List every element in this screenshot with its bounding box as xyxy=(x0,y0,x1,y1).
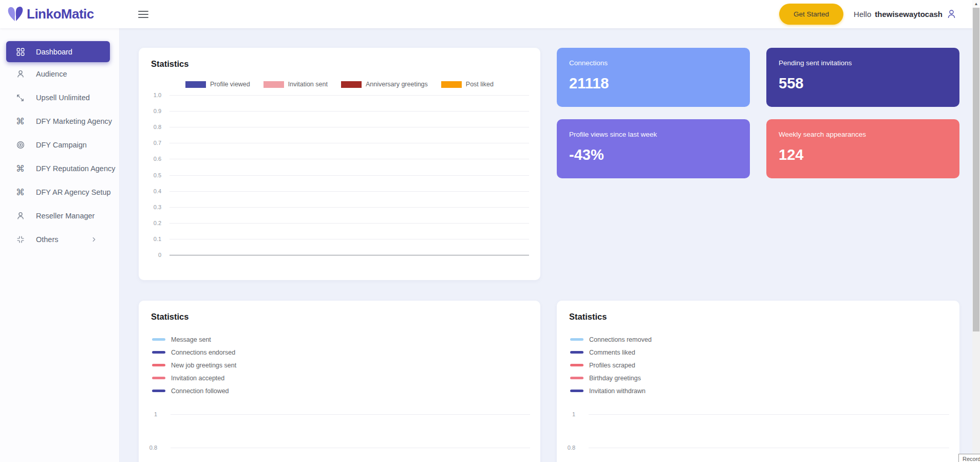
statistics-chart-card-top: Statistics Profile viewedInvitation sent… xyxy=(139,48,540,280)
y-tick-label: 0.6 xyxy=(142,156,161,162)
sidebar-item-label: Reseller Manager xyxy=(36,212,95,220)
heart-logo-icon xyxy=(6,5,25,24)
diagonal-arrows-icon xyxy=(15,93,25,103)
sidebar-item-reseller-manager[interactable]: Reseller Manager xyxy=(0,204,119,228)
stat-card-profile-views-since-last-week: Profile views since last week-43% xyxy=(557,119,750,178)
y-tick-label: 0.8 xyxy=(561,445,575,451)
statistics-chart-card-bottom-left: Statistics Message sentConnections endor… xyxy=(139,301,540,462)
chart-plot-area: 10.80.6 xyxy=(139,301,540,462)
sidebar-item-label: DFY Reputation Agency xyxy=(36,164,116,173)
gridline xyxy=(169,175,529,176)
user-profile-icon[interactable] xyxy=(946,9,957,20)
y-tick-label: 0.7 xyxy=(142,140,161,146)
gridline xyxy=(169,239,529,239)
gridline xyxy=(589,448,949,448)
person-icon xyxy=(15,69,25,79)
corners-icon xyxy=(15,235,25,245)
user-greeting: Hello thewisewaytocash xyxy=(854,9,957,20)
gridline xyxy=(171,414,530,415)
stat-card-connections: Connections21118 xyxy=(557,48,750,107)
y-tick-label: 0.8 xyxy=(142,124,161,130)
chart-plot-area: 1.00.90.80.70.60.50.40.30.20.10 xyxy=(139,48,540,280)
sidebar-item-upsell-unlimited[interactable]: Upsell Unlimited xyxy=(0,86,119,109)
gridline xyxy=(169,143,529,143)
stat-card-value: 124 xyxy=(779,146,947,163)
record-overlay: Record xyxy=(958,454,980,462)
person-icon xyxy=(15,211,25,221)
main-content: Statistics Profile viewedInvitation sent… xyxy=(120,28,972,462)
gridline xyxy=(171,448,530,448)
stat-card-label: Profile views since last week xyxy=(569,131,738,138)
app-header: LinkoMatic Get Started Hello thewisewayt… xyxy=(0,0,980,28)
y-tick-label: 0.4 xyxy=(142,188,161,194)
greeting-prefix: Hello xyxy=(854,10,871,19)
y-tick-label: 0 xyxy=(142,252,161,258)
command-icon: ⌘ xyxy=(15,164,25,174)
sidebar-item-audience[interactable]: Audience xyxy=(0,62,119,86)
vertical-scrollbar: ▲ xyxy=(972,0,980,462)
sidebar-item-label: Dashboard xyxy=(36,48,72,56)
y-tick-label: 0.9 xyxy=(142,108,161,114)
username: thewisewaytocash xyxy=(875,10,943,19)
gridline xyxy=(169,127,529,127)
sidebar-item-label: Others xyxy=(36,235,59,244)
sidebar-item-label: DFY AR Agency Setup xyxy=(36,188,111,196)
stat-card-label: Connections xyxy=(569,59,738,67)
statistics-chart-card-bottom-right: Statistics Connections removedComments l… xyxy=(557,301,959,462)
y-tick-label: 0.1 xyxy=(142,236,161,242)
brand-logo[interactable]: LinkoMatic xyxy=(6,5,94,24)
stat-card-weekly-search-appearances: Weekly search appearances124 xyxy=(766,119,959,178)
target-icon xyxy=(15,140,25,150)
gridline xyxy=(169,207,529,208)
grid-icon xyxy=(15,47,25,57)
brand-name: LinkoMatic xyxy=(27,6,94,22)
stat-card-value: 558 xyxy=(779,75,947,92)
gridline xyxy=(169,95,529,96)
command-icon: ⌘ xyxy=(15,188,25,197)
get-started-button[interactable]: Get Started xyxy=(779,4,843,25)
sidebar-item-dfy-ar-agency-setup[interactable]: ⌘DFY AR Agency Setup xyxy=(0,180,119,204)
sidebar-item-others[interactable]: Others xyxy=(0,228,119,251)
sidebar-item-dashboard[interactable]: Dashboard xyxy=(6,41,110,62)
sidebar-item-dfy-reputation-agency[interactable]: ⌘DFY Reputation Agency xyxy=(0,157,119,180)
stat-card-label: Pending sent invitations xyxy=(779,59,947,67)
stat-card-label: Weekly search appearances xyxy=(779,131,947,138)
y-tick-label: 0.3 xyxy=(142,204,161,210)
command-icon: ⌘ xyxy=(15,117,25,126)
gridline xyxy=(169,159,529,159)
y-tick-label: 0.2 xyxy=(142,220,161,226)
sidebar-item-label: DFY Campaign xyxy=(36,141,87,149)
stat-card-value: 21118 xyxy=(569,75,738,92)
gridline xyxy=(589,414,949,415)
y-tick-label: 0.5 xyxy=(142,172,161,178)
y-tick-label: 0.8 xyxy=(143,445,157,451)
gridline xyxy=(169,223,529,224)
sidebar-item-dfy-campaign[interactable]: DFY Campaign xyxy=(0,133,119,157)
sidebar-item-label: DFY Marketing Agency xyxy=(36,117,112,125)
gridline xyxy=(169,191,529,192)
y-tick-label: 1 xyxy=(143,411,157,417)
y-tick-label: 1 xyxy=(561,411,575,417)
stat-card-value: -43% xyxy=(569,146,738,163)
scrollbar-thumb[interactable] xyxy=(973,8,979,331)
gridline xyxy=(169,255,529,255)
sidebar: DashboardAudienceUpsell Unlimited⌘DFY Ma… xyxy=(0,28,120,462)
y-tick-label: 1.0 xyxy=(142,92,161,98)
scrollbar-up-arrow[interactable]: ▲ xyxy=(972,0,980,8)
sidebar-nav: DashboardAudienceUpsell Unlimited⌘DFY Ma… xyxy=(0,41,119,251)
chevron-right-icon xyxy=(90,236,98,243)
stat-card-pending-sent-invitations: Pending sent invitations558 xyxy=(766,48,959,107)
gridline xyxy=(169,111,529,112)
sidebar-item-label: Audience xyxy=(36,70,67,78)
chart-plot-area: 10.80.6 xyxy=(557,301,959,462)
hamburger-menu-icon[interactable] xyxy=(135,7,152,22)
sidebar-item-label: Upsell Unlimited xyxy=(36,94,90,102)
sidebar-item-dfy-marketing-agency[interactable]: ⌘DFY Marketing Agency xyxy=(0,109,119,133)
